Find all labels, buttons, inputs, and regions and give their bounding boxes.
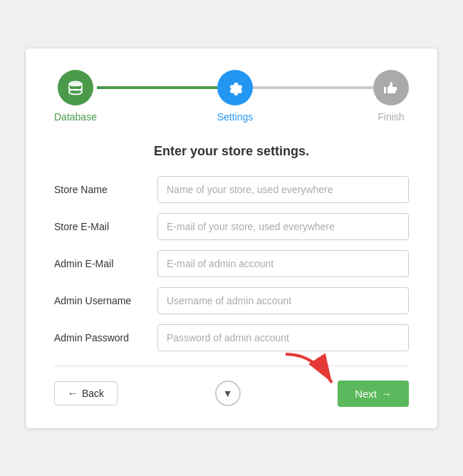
database-label: Database xyxy=(54,111,97,123)
next-label: Next xyxy=(355,388,377,400)
back-button[interactable]: ← Back xyxy=(54,381,118,405)
store-name-row: Store Name xyxy=(54,176,409,203)
stepper: Database Settings Finish xyxy=(54,70,409,123)
next-button[interactable]: Next → xyxy=(338,381,409,407)
settings-icon xyxy=(217,70,253,105)
chevron-down-icon: ▼ xyxy=(223,388,233,399)
finish-icon xyxy=(373,70,409,105)
admin-username-label: Admin Username xyxy=(54,295,157,306)
stepper-step-database: Database xyxy=(54,70,97,123)
stepper-step-settings: Settings xyxy=(217,70,254,123)
next-arrow-icon: → xyxy=(381,388,392,400)
stepper-line-1 xyxy=(97,86,217,89)
store-name-label: Store Name xyxy=(54,184,157,195)
store-email-row: Store E-Mail xyxy=(54,213,409,240)
admin-password-label: Admin Password xyxy=(54,332,157,343)
stepper-line-2 xyxy=(253,86,373,89)
arrow-annotation xyxy=(282,351,346,390)
store-name-input[interactable] xyxy=(157,176,409,203)
settings-label: Settings xyxy=(217,111,254,123)
footer-divider xyxy=(54,366,409,366)
admin-password-input[interactable] xyxy=(157,324,409,351)
setup-card: Database Settings Finish xyxy=(25,48,438,429)
store-email-label: Store E-Mail xyxy=(54,221,157,232)
finish-label: Finish xyxy=(378,111,404,123)
form-title: Enter your store settings. xyxy=(54,144,409,159)
admin-email-label: Admin E-Mail xyxy=(54,258,157,269)
admin-username-row: Admin Username xyxy=(54,287,409,314)
admin-email-input[interactable] xyxy=(157,250,409,277)
admin-password-row: Admin Password xyxy=(54,324,409,351)
back-arrow-icon: ← xyxy=(68,388,78,399)
admin-username-input[interactable] xyxy=(157,287,409,314)
stepper-step-finish: Finish xyxy=(373,70,409,123)
admin-email-row: Admin E-Mail xyxy=(54,250,409,277)
footer: ← Back ▼ Next → xyxy=(54,381,409,407)
chevron-down-button[interactable]: ▼ xyxy=(215,381,241,406)
store-email-input[interactable] xyxy=(157,213,409,240)
back-label: Back xyxy=(82,388,104,399)
database-icon xyxy=(58,70,93,105)
